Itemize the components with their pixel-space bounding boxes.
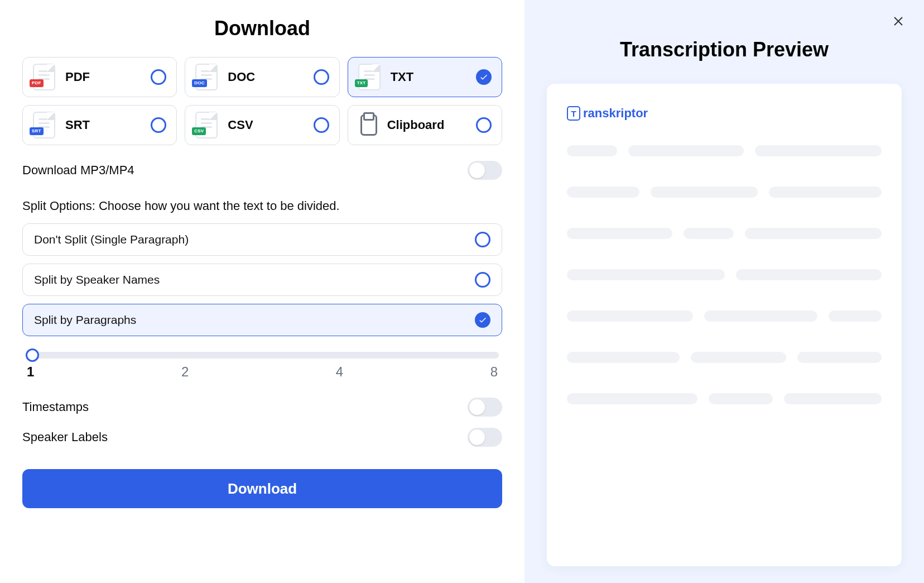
- format-label: DOC: [228, 70, 303, 84]
- slider-mark: 4: [336, 364, 343, 380]
- skeleton-row: [567, 228, 882, 239]
- split-option-label: Don't Split (Single Paragraph): [34, 233, 189, 246]
- radio-unchecked-icon: [151, 117, 166, 133]
- timestamps-label: Timestamps: [22, 400, 89, 414]
- radio-unchecked-icon: [475, 232, 490, 247]
- slider-thumb[interactable]: [26, 348, 39, 362]
- download-media-toggle[interactable]: [468, 161, 502, 180]
- speaker-labels-label: Speaker Labels: [22, 430, 108, 445]
- skeleton-row: [567, 352, 882, 363]
- radio-checked-icon: [475, 312, 490, 328]
- format-label: Clipboard: [387, 118, 466, 132]
- radio-unchecked-icon: [314, 117, 329, 133]
- slider-mark: 8: [490, 364, 498, 380]
- format-option-doc[interactable]: DOC DOC: [185, 57, 339, 97]
- format-option-clipboard[interactable]: Clipboard: [348, 105, 502, 145]
- radio-unchecked-icon: [151, 69, 166, 85]
- radio-unchecked-icon: [476, 117, 492, 133]
- doc-file-icon: DOC: [195, 64, 218, 90]
- preview-card: Transkriptor: [547, 84, 902, 566]
- skeleton-row: [567, 187, 882, 198]
- split-option-label: Split by Speaker Names: [34, 273, 160, 286]
- paragraph-count-slider[interactable]: 1 2 4 8: [22, 352, 502, 380]
- skeleton-row: [567, 269, 882, 280]
- format-label: PDF: [65, 70, 141, 84]
- download-media-row: Download MP3/MP4: [22, 161, 502, 180]
- slider-marks: 1 2 4 8: [26, 364, 499, 380]
- slider-mark: 2: [181, 364, 189, 380]
- download-button[interactable]: Download: [22, 469, 502, 508]
- slider-mark: 1: [27, 364, 34, 380]
- skeleton-row: [567, 145, 882, 156]
- csv-file-icon: CSV: [195, 112, 218, 138]
- preview-panel: Transcription Preview Transkriptor: [524, 0, 924, 583]
- split-option-label: Split by Paragraphs: [34, 313, 136, 327]
- page-title: Download: [22, 17, 502, 40]
- format-option-pdf[interactable]: PDF PDF: [22, 57, 177, 97]
- download-panel: Download PDF PDF DOC DOC TXT TX: [0, 0, 524, 583]
- format-label: SRT: [65, 118, 141, 132]
- speaker-labels-row: Speaker Labels: [22, 428, 502, 447]
- download-media-label: Download MP3/MP4: [22, 163, 134, 178]
- split-option-paragraphs[interactable]: Split by Paragraphs: [22, 304, 502, 336]
- radio-unchecked-icon: [314, 69, 329, 85]
- skeleton-row: [567, 393, 882, 404]
- radio-unchecked-icon: [475, 272, 490, 288]
- srt-file-icon: SRT: [33, 112, 55, 138]
- format-option-srt[interactable]: SRT SRT: [22, 105, 177, 145]
- split-option-nosplit[interactable]: Don't Split (Single Paragraph): [22, 223, 502, 256]
- split-option-speaker[interactable]: Split by Speaker Names: [22, 264, 502, 296]
- pdf-file-icon: PDF: [33, 64, 55, 90]
- skeleton-row: [567, 310, 882, 322]
- brand-logo: Transkriptor: [567, 106, 882, 121]
- speaker-labels-toggle[interactable]: [468, 428, 502, 447]
- timestamps-toggle[interactable]: [468, 398, 502, 417]
- timestamps-row: Timestamps: [22, 398, 502, 417]
- split-options-heading: Split Options: Choose how you want the t…: [22, 199, 502, 213]
- format-label: CSV: [228, 118, 303, 132]
- clipboard-icon: [360, 114, 377, 136]
- format-label: TXT: [391, 70, 466, 84]
- slider-track[interactable]: [26, 352, 499, 359]
- format-option-txt[interactable]: TXT TXT: [348, 57, 502, 97]
- radio-checked-icon: [476, 69, 492, 85]
- txt-file-icon: TXT: [358, 64, 381, 90]
- format-option-csv[interactable]: CSV CSV: [185, 105, 339, 145]
- preview-title: Transcription Preview: [547, 38, 902, 61]
- close-icon: [892, 15, 904, 27]
- close-button[interactable]: [889, 12, 907, 30]
- brand-logo-icon: T: [567, 106, 580, 121]
- format-grid: PDF PDF DOC DOC TXT TXT: [22, 57, 502, 145]
- brand-name: ranskriptor: [583, 106, 648, 121]
